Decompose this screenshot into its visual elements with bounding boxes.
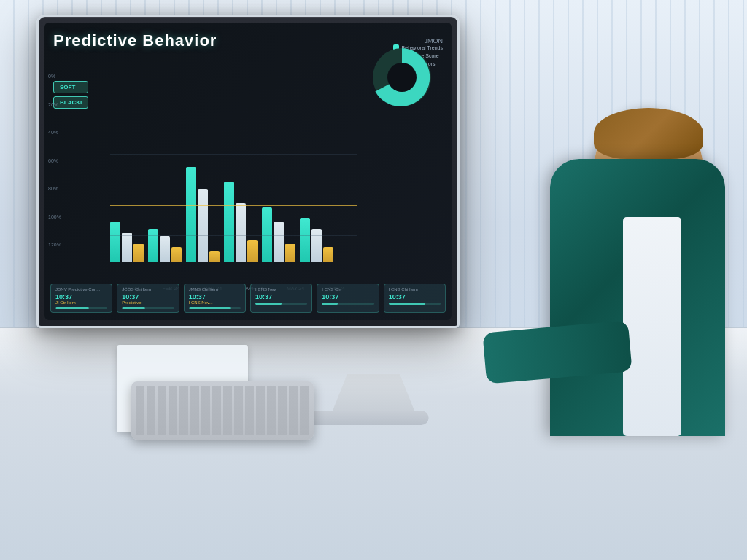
stat-value-1: 10:37	[122, 293, 174, 300]
stat-label-1: JCOS Chi Item	[122, 287, 174, 292]
y-label-3: 60%	[48, 158, 61, 163]
bar-group-3	[224, 182, 258, 262]
bar-group-4	[262, 207, 295, 262]
stat-bar-3	[255, 303, 307, 305]
y-label-4: 80%	[48, 186, 61, 191]
stat-bar-fill-2	[189, 307, 231, 309]
stat-bar-fill-4	[322, 303, 337, 305]
monitor-base	[298, 411, 429, 425]
bar-0-teal	[110, 222, 120, 262]
stat-card-0[interactable]: JDNV Predictive Con... 10:37 JI Ctr Item	[50, 284, 112, 313]
stat-sub-2: I CNS Nev...	[189, 300, 241, 305]
stat-label-0: JDNV Predictive Con...	[55, 287, 107, 292]
stat-card-5[interactable]: I CNS Chi Item 10:37	[384, 284, 446, 313]
bar-0-white	[122, 233, 132, 262]
person-body	[521, 86, 725, 436]
bar-3-white	[236, 203, 246, 262]
stat-bar-fill-0	[55, 307, 89, 309]
stat-bar-fill-5	[389, 303, 425, 305]
stat-label-4: I CNS Chi	[322, 287, 374, 292]
bars-container	[110, 74, 357, 276]
bar-4-white	[274, 222, 284, 262]
bar-1-white	[160, 236, 170, 262]
stat-sub-1: Predictive	[122, 300, 174, 305]
monitor: Predictive Behavior JMON SOFT BLACKI	[36, 15, 460, 328]
keyboard[interactable]	[131, 381, 314, 440]
stat-card-1[interactable]: JCOS Chi Item 10:37 Predictive	[117, 284, 179, 313]
bar-group-5	[300, 218, 333, 262]
stat-value-0: 10:37	[55, 293, 107, 300]
bar-0-gold	[133, 244, 144, 262]
bar-1-gold	[171, 247, 182, 262]
bar-group-2	[186, 167, 220, 262]
stat-bar-fill-3	[255, 303, 282, 305]
y-label-0: 0%	[48, 74, 61, 79]
bar-2-gold	[209, 251, 220, 262]
person-hair	[594, 108, 703, 159]
stat-value-5: 10:37	[389, 293, 441, 300]
bar-5-white	[311, 229, 322, 262]
stat-card-3[interactable]: I CNS Nev 10:37	[250, 284, 312, 313]
bar-4-gold	[285, 244, 295, 262]
stat-label-5: I CNS Chi Item	[389, 287, 441, 292]
trend-line	[110, 205, 357, 206]
y-label-2: 40%	[48, 130, 61, 135]
bar-2-white	[198, 189, 208, 262]
stat-bar-2	[189, 307, 241, 309]
person-shirt	[623, 217, 681, 436]
bar-4-teal	[262, 207, 272, 262]
stat-card-2[interactable]: JMNS Chi Item 10:37 I CNS Nev...	[184, 284, 246, 313]
bar-group-0	[110, 222, 144, 262]
stat-bar-0	[55, 307, 107, 309]
person	[441, 71, 747, 436]
stat-bar-5	[389, 303, 441, 305]
bar-3-teal	[224, 182, 234, 262]
bar-1-teal	[148, 229, 158, 262]
y-label-6: 120%	[48, 242, 61, 247]
person-jacket	[550, 159, 725, 436]
stat-value-3: 10:37	[255, 293, 307, 300]
bar-5-teal	[300, 218, 310, 262]
stat-value-4: 10:37	[322, 293, 374, 300]
bar-group-1	[148, 229, 182, 262]
son-label: Son	[77, 106, 116, 130]
stat-label-3: I CNS Nev	[255, 287, 307, 292]
y-label-1: 20%	[48, 102, 61, 107]
stat-bar-1	[122, 307, 174, 309]
bar-2-teal	[186, 167, 196, 262]
dashboard: Predictive Behavior JMON SOFT BLACKI	[44, 23, 452, 320]
chart-area: 120% 100% 80% 60% 40% 20% 0%	[110, 74, 357, 276]
stat-value-2: 10:37	[189, 293, 241, 300]
bar-3-gold	[247, 240, 258, 262]
stat-card-4[interactable]: I CNS Chi 10:37	[317, 284, 379, 313]
stat-cards: JDNV Predictive Con... 10:37 JI Ctr Item…	[50, 284, 446, 313]
stat-bar-fill-1	[122, 307, 145, 309]
stat-label-2: JMNS Chi Item	[189, 287, 241, 292]
pie-chart	[365, 41, 438, 114]
stat-bar-4	[322, 303, 374, 305]
y-axis: 120% 100% 80% 60% 40% 20% 0%	[48, 74, 61, 247]
y-label-5: 100%	[48, 214, 61, 219]
svg-point-1	[387, 63, 417, 92]
bar-5-gold	[323, 247, 333, 262]
stat-sub-0: JI Ctr Item	[55, 300, 107, 305]
dashboard-title: Predictive Behavior	[53, 31, 217, 50]
monitor-screen: Predictive Behavior JMON SOFT BLACKI	[44, 23, 452, 320]
